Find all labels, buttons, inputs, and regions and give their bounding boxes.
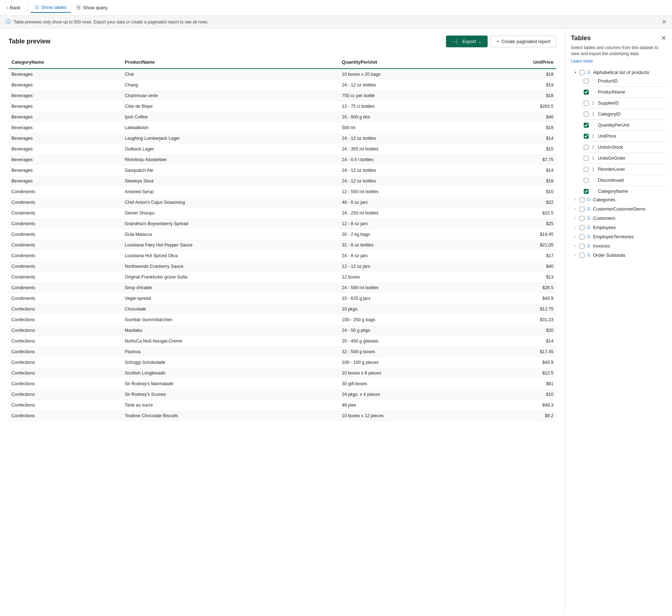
table-cell: Confections	[9, 400, 122, 410]
column-checkbox[interactable]	[584, 145, 589, 150]
column-name-label: ProductID	[598, 79, 618, 84]
tree-table-3[interactable]: ›☷Customers	[571, 214, 666, 223]
table-row: CondimentsVegie-spread15 - 625 g jars$43…	[9, 293, 556, 304]
tree-table-2[interactable]: ›☷CustomerCustomerDemo	[571, 205, 666, 214]
table-cell: $20	[479, 325, 556, 336]
column-checkbox[interactable]	[584, 156, 589, 161]
column-checkbox[interactable]	[584, 112, 589, 117]
column-item-10[interactable]: CategoryName	[582, 187, 666, 195]
table-cell: 24 - 12 oz bottles	[339, 133, 479, 144]
show-tables-button[interactable]: ☷ Show tables	[31, 2, 71, 13]
column-item-8[interactable]: ΣReorderLevel	[582, 165, 666, 173]
table-row: ConfectionsTeatime Chocolate Biscuits10 …	[9, 410, 556, 421]
table-cell: Beverages	[9, 69, 122, 80]
table-checkbox[interactable]	[579, 253, 584, 258]
table-row: BeveragesLaughing Lumberjack Lager24 - 1…	[9, 133, 556, 144]
table-cell: 24 - 12 oz bottles	[339, 176, 479, 186]
column-checkbox[interactable]	[584, 90, 589, 95]
table-cell: Condiments	[9, 240, 122, 250]
column-item-2[interactable]: ΣSupplierID	[582, 99, 666, 107]
tree-table-5[interactable]: ›☷EmployeeTerritories	[571, 232, 666, 241]
table-cell: Aniseed Syrup	[122, 186, 339, 197]
table-checkbox[interactable]	[579, 225, 584, 230]
table-cell: 48 - 6 oz jars	[339, 197, 479, 208]
table-cell: 10 boxes x 8 pieces	[339, 368, 479, 378]
column-item-9[interactable]: Discontinued	[582, 176, 666, 184]
column-item-3[interactable]: ΣCategoryID	[582, 110, 666, 118]
table-cell: Côte de Blaye	[122, 101, 339, 112]
header-row: CategoryName ProductName QuantityPerUnit…	[9, 56, 556, 69]
column-item-1[interactable]: ProductName	[582, 88, 666, 96]
table-cell: Original Frankfurter grüne Soße	[122, 272, 339, 282]
banner-close-button[interactable]: ✕	[662, 18, 666, 25]
table-cell: Confections	[9, 378, 122, 389]
learn-more-link[interactable]: Learn more	[571, 59, 593, 64]
chevron-icon: ›	[572, 216, 578, 221]
table-cell: 100 - 250 g bags	[339, 314, 479, 325]
table-cell: $13	[479, 272, 556, 282]
chevron-icon: ›	[572, 253, 578, 258]
close-panel-button[interactable]: ✕	[661, 34, 666, 42]
table-cell: $81	[479, 378, 556, 389]
table-row: ConfectionsSir Rodney's Marmalade30 gift…	[9, 378, 556, 389]
col-header-3: UnitPrice	[479, 56, 556, 69]
table-checkbox[interactable]	[579, 207, 584, 212]
column-item-0[interactable]: ProductID	[582, 77, 666, 85]
info-text: Table previews only show up to 500 rows.…	[14, 20, 209, 25]
table-checkbox[interactable]	[579, 197, 584, 202]
table-cell: Chang	[122, 80, 339, 90]
table-cell: $18	[479, 69, 556, 80]
column-item-7[interactable]: ΣUnitsOnOrder	[582, 154, 666, 162]
column-checkbox[interactable]	[584, 134, 589, 139]
table-cell: 24 - 0.5 l bottles	[339, 154, 479, 165]
table-checkbox[interactable]	[579, 216, 584, 221]
table-cell: Beverages	[9, 112, 122, 122]
table-cell: Beverages	[9, 90, 122, 101]
column-checkbox[interactable]	[584, 178, 589, 183]
tree-table-6[interactable]: ›☷Invoices	[571, 241, 666, 251]
table-cell: $14	[479, 165, 556, 176]
column-checkbox[interactable]	[584, 167, 589, 172]
export-button[interactable]: →⎸ Export ⌄	[446, 36, 488, 47]
table-checkbox[interactable]	[579, 234, 584, 239]
table-checkbox[interactable]	[579, 70, 584, 75]
column-item-4[interactable]: QuantityPerUnit	[582, 121, 666, 129]
column-name-label: CategoryID	[598, 112, 620, 117]
table-row: BeveragesRhönbräu Klosterbier24 - 0.5 l …	[9, 154, 556, 165]
table-cell: Condiments	[9, 186, 122, 197]
tree-table-4[interactable]: ›☷Employees	[571, 223, 666, 232]
table-cell: $263.5	[479, 101, 556, 112]
table-cell: $18	[479, 90, 556, 101]
tree-table-0[interactable]: ▾☷Alphabetical list of products	[571, 68, 666, 77]
column-checkbox[interactable]	[584, 101, 589, 106]
table-row: BeveragesSteeleye Stout24 - 12 oz bottle…	[9, 176, 556, 186]
table-checkbox[interactable]	[579, 244, 584, 249]
column-item-5[interactable]: ΣUnitPrice	[582, 132, 666, 140]
column-checkbox[interactable]	[584, 123, 589, 128]
show-query-button[interactable]: ☷ Show query	[72, 3, 112, 12]
info-banner: ⓘ Table previews only show up to 500 row…	[0, 16, 672, 28]
table-row: BeveragesLakkaliköori500 ml$18	[9, 122, 556, 133]
back-button[interactable]: ‹ Back	[3, 3, 25, 12]
column-separator	[582, 175, 666, 175]
table-body: BeveragesChai10 boxes x 20 bags$18Bevera…	[9, 69, 556, 421]
table-cell: Condiments	[9, 272, 122, 282]
column-checkbox[interactable]	[584, 79, 589, 84]
column-checkbox[interactable]	[584, 189, 589, 194]
column-item-6[interactable]: ΣUnitsInStock	[582, 143, 666, 151]
chevron-icon: ›	[572, 234, 578, 240]
tree-table-7[interactable]: ›☷Order Subtotals	[571, 251, 666, 260]
tree-table-1[interactable]: ›☷Categories	[571, 195, 666, 205]
column-separator	[582, 153, 666, 153]
right-panel-title: Tables	[571, 34, 591, 42]
table-row: CondimentsGula Malacca20 - 2 kg bags$19.…	[9, 229, 556, 240]
column-separator	[582, 142, 666, 142]
table-name-label: Order Subtotals	[593, 253, 625, 258]
table-row: ConfectionsNuNuCa Nuß-Nougat-Creme20 - 4…	[9, 336, 556, 346]
table-cell: Confections	[9, 336, 122, 346]
table-cell: Condiments	[9, 282, 122, 293]
create-paginated-button[interactable]: + Create paginated report	[490, 36, 556, 47]
export-label: Export	[463, 39, 476, 44]
sigma-icon: Σ	[591, 167, 596, 171]
paginated-label: Create paginated report	[502, 39, 550, 44]
